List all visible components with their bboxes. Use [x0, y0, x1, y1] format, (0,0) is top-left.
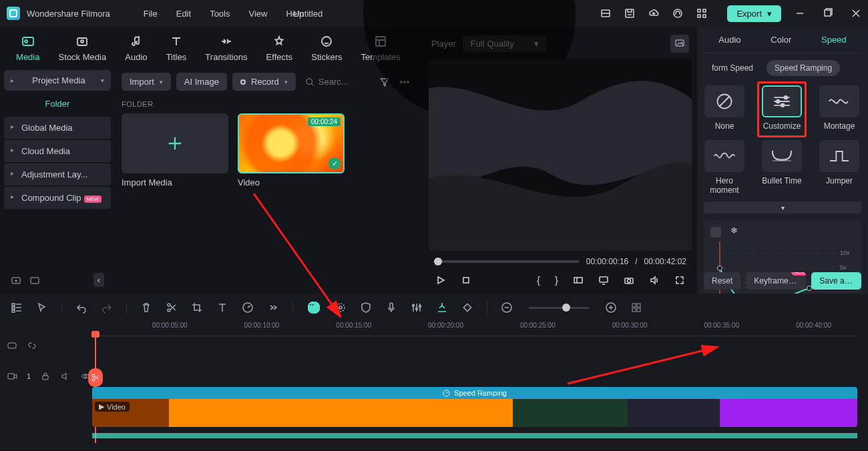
more-tools-icon[interactable] [267, 302, 279, 314]
folder-label: Folder [4, 92, 111, 115]
zoom-fit-icon[interactable] [630, 302, 642, 314]
tab-effects[interactable]: Effects [266, 35, 293, 62]
ai-image-button[interactable]: AI Image [176, 73, 227, 91]
menu-view[interactable]: View [248, 9, 267, 19]
sidebar-item-adjustment-layer[interactable]: Adjustment Lay... [4, 163, 111, 185]
tab-audio-props[interactable]: Audio [713, 32, 746, 47]
text-icon[interactable] [216, 302, 228, 314]
mark-in-icon[interactable]: { [537, 274, 540, 286]
svg-rect-64 [632, 304, 636, 307]
tab-media[interactable]: Media [16, 35, 39, 62]
ratio-icon[interactable] [573, 275, 584, 286]
color-sample-icon[interactable] [335, 302, 347, 314]
video-track-icon[interactable] [7, 371, 17, 382]
record-dropdown[interactable]: Record▾ [232, 73, 296, 91]
video-track[interactable]: Speed Ramping ▶Video [92, 387, 857, 443]
svg-point-17 [306, 78, 312, 84]
mark-out-icon[interactable]: } [555, 274, 558, 286]
zoom-out-icon[interactable] [501, 302, 513, 314]
cloud-icon[interactable] [648, 8, 659, 19]
tab-titles[interactable]: Titles [166, 35, 187, 62]
minimize-icon[interactable] [795, 8, 805, 19]
link-tracks-icon[interactable] [7, 340, 17, 351]
support-icon[interactable] [672, 8, 683, 19]
sidebar-item-global-media[interactable]: Global Media [4, 117, 111, 139]
save-custom-button[interactable]: Save as cus... [811, 272, 861, 290]
snapshot-icon[interactable] [670, 35, 689, 53]
shield-icon[interactable] [360, 302, 372, 314]
tab-speed-props[interactable]: Speed [816, 32, 852, 47]
link-icon[interactable] [27, 340, 37, 351]
preset-none[interactable]: None [704, 85, 745, 131]
audio-waveform[interactable] [92, 428, 857, 443]
mic-icon[interactable] [385, 302, 397, 314]
camera-icon[interactable] [624, 275, 634, 286]
tab-color-props[interactable]: Color [765, 32, 797, 47]
monitor-icon[interactable] [598, 275, 609, 286]
video-clip-tile[interactable]: 00:00:24 Video [238, 113, 345, 191]
play-icon[interactable] [435, 275, 446, 286]
project-media-button[interactable]: Project Media▾ [4, 70, 111, 91]
svg-rect-16 [31, 278, 39, 284]
import-media-tile[interactable]: Import Media [122, 113, 228, 191]
preset-montage[interactable]: Montage [819, 85, 860, 131]
subtab-uniform-speed[interactable]: form Speed [704, 60, 761, 76]
menu-file[interactable]: File [144, 9, 158, 19]
zoom-slider[interactable] [529, 307, 589, 309]
ramp-toggle-icon[interactable] [710, 227, 721, 238]
preset-hero-moment[interactable]: Hero moment [704, 140, 745, 195]
speed-icon[interactable] [242, 302, 254, 314]
tab-audio[interactable]: Audio [125, 35, 147, 62]
cut-handle[interactable] [88, 368, 103, 387]
keyframe-icon[interactable] [461, 302, 473, 314]
undo-icon[interactable] [75, 302, 87, 314]
subtab-speed-ramping[interactable]: Speed Ramping [767, 60, 840, 76]
new-folder-icon[interactable] [11, 275, 21, 286]
crop-icon[interactable] [191, 302, 203, 314]
zoom-in-icon[interactable] [605, 302, 617, 314]
save-icon[interactable] [624, 8, 635, 19]
import-dropdown[interactable]: Import▾ [122, 73, 171, 91]
scrub-slider[interactable] [434, 260, 580, 263]
video-clip[interactable]: ▶Video [92, 399, 857, 427]
freeze-frame-icon[interactable] [730, 227, 741, 238]
pointer-icon[interactable] [36, 302, 48, 314]
svg-rect-57 [390, 303, 393, 309]
tab-stock-media[interactable]: Stock Media [59, 35, 107, 62]
volume-icon[interactable] [649, 275, 660, 286]
properties-panel: Audio Color Speed form Speed Speed Rampi… [697, 27, 868, 294]
delete-icon[interactable] [140, 302, 152, 314]
close-icon[interactable] [851, 8, 861, 19]
fullscreen-icon[interactable] [674, 275, 685, 286]
menu-tools[interactable]: Tools [210, 9, 230, 19]
menu-edit[interactable]: Edit [176, 9, 191, 19]
keyframe-path-button[interactable]: Keyframe P...NEW [746, 272, 806, 290]
preview-viewport[interactable] [429, 59, 692, 250]
used-check-icon [329, 157, 341, 169]
maximize-icon[interactable] [823, 8, 833, 19]
tracks-icon[interactable] [11, 302, 23, 314]
mute-icon[interactable] [60, 371, 71, 382]
sidebar-item-cloud-media[interactable]: Cloud Media [4, 140, 111, 162]
export-button[interactable]: Export ▾ [727, 5, 781, 22]
stop-icon[interactable] [461, 275, 471, 286]
collapse-sidebar-icon[interactable]: ‹ [93, 273, 104, 287]
lock-icon[interactable] [40, 371, 51, 382]
reset-button[interactable]: Reset [704, 272, 740, 290]
marker-icon[interactable] [436, 302, 448, 314]
ai-assist-icon[interactable] [306, 300, 321, 315]
new-bin-icon[interactable] [29, 275, 40, 286]
preset-bullet-time[interactable]: Bullet Time [761, 140, 803, 195]
timeline-ruler[interactable]: 00:00:05:00 00:00:10:00 00:00:15:00 00:0… [91, 322, 857, 336]
sidebar-item-compound-clip[interactable]: Compound ClipNEW [4, 187, 111, 209]
tab-transitions[interactable]: Transitions [205, 35, 247, 62]
redo-icon[interactable] [101, 302, 113, 314]
svg-rect-5 [703, 9, 706, 12]
apps-icon[interactable] [696, 8, 707, 19]
svg-point-52 [168, 304, 170, 306]
expand-presets[interactable]: ▾ [704, 201, 861, 213]
preset-jumper[interactable]: Jumper [819, 140, 860, 195]
split-icon[interactable] [166, 302, 178, 314]
mixer-icon[interactable] [411, 302, 423, 314]
preset-customize[interactable]: Customize [761, 85, 803, 131]
